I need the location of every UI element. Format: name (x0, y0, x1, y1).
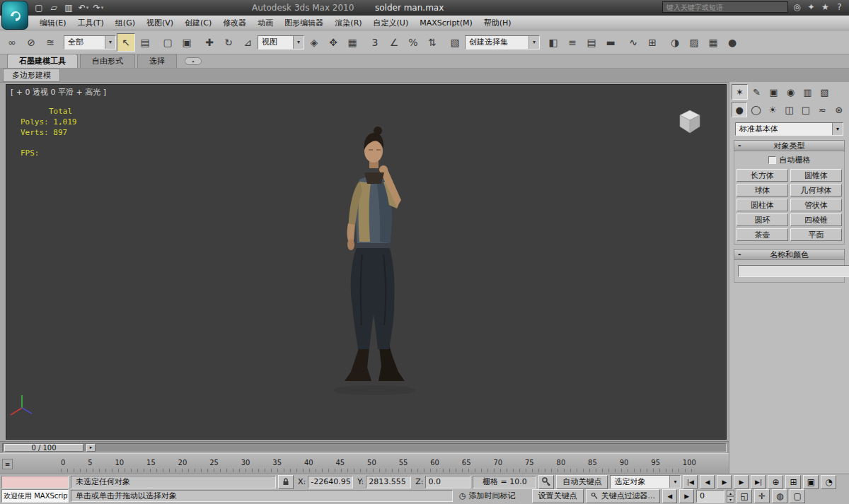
app-logo-icon[interactable] (1, 1, 28, 30)
go-to-start-button[interactable]: |◀ (683, 475, 698, 489)
selection-lock-button[interactable] (278, 475, 294, 489)
frame-spinner[interactable]: ▴ ▾ (727, 490, 734, 503)
menu-animation[interactable]: 动画 (252, 16, 279, 30)
play-button[interactable]: ▶ (717, 475, 732, 489)
tab-selection[interactable]: 选择 (137, 54, 177, 68)
cylinder-button[interactable]: 圆柱体 (737, 199, 788, 211)
next-frame-button[interactable]: ▶ (734, 475, 749, 489)
zoom-button[interactable]: ⊕ (768, 475, 783, 489)
mirror-button[interactable]: ◧ (544, 33, 562, 52)
primitive-category-dropdown[interactable]: 标准基本体 ▾ (735, 122, 843, 136)
menu-graph-editors[interactable]: 图形编辑器 (279, 16, 329, 30)
box-button[interactable]: 长方体 (737, 169, 788, 182)
menu-help[interactable]: 帮助(H) (478, 16, 517, 30)
layer-manager-button[interactable]: ▤ (582, 33, 601, 52)
unlink-selection-button[interactable]: ⊘ (22, 33, 40, 52)
align-button[interactable]: ≡ (563, 33, 582, 52)
curve-editor-button[interactable]: ∿ (624, 33, 642, 52)
zoom-extents-button[interactable]: ▣ (803, 475, 819, 489)
percent-snap-button[interactable]: % (404, 33, 422, 52)
x-coordinate-field[interactable]: -22640.95 (308, 476, 353, 488)
render-setup-button[interactable]: ▨ (685, 33, 703, 52)
plane-button[interactable]: 平面 (790, 228, 842, 241)
tube-button[interactable]: 管状体 (790, 199, 842, 211)
new-scene-button[interactable]: ▢ (33, 1, 45, 14)
rectangular-region-button[interactable]: ▢ (158, 33, 177, 52)
trackbar-menu-button[interactable]: ≡ (2, 459, 13, 469)
tab-create[interactable]: ✶ (732, 84, 748, 100)
angle-snap-button[interactable]: ∠ (385, 33, 403, 52)
name-color-rollout-header[interactable]: - 名称和颜色 (734, 249, 845, 260)
tab-hierarchy[interactable]: ▣ (766, 84, 782, 100)
autogrid-checkbox[interactable] (768, 156, 776, 164)
menu-tools[interactable]: 工具(T) (72, 16, 110, 30)
menu-customize[interactable]: 自定义(U) (368, 16, 415, 30)
time-slider-track[interactable]: 0 / 100 ▸ (2, 443, 727, 452)
z-coordinate-field[interactable]: 0.0 (425, 476, 470, 488)
time-slider-handle[interactable]: 0 / 100 (4, 444, 83, 452)
spinner-snap-button[interactable]: ⇅ (423, 33, 441, 52)
tab-display[interactable]: ▥ (799, 84, 816, 100)
object-name-input[interactable] (738, 265, 849, 277)
maximize-viewport-button[interactable]: ▢ (790, 489, 805, 503)
current-frame-field[interactable]: 0 (696, 490, 724, 503)
use-pivot-center-button[interactable]: ◈ (305, 33, 323, 52)
material-editor-button[interactable]: ◑ (666, 33, 684, 52)
orbit-button[interactable]: ◍ (772, 489, 787, 503)
category-systems[interactable]: ⊛ (831, 102, 847, 117)
key-filters-button[interactable]: 关键点过滤器... (586, 489, 661, 503)
category-shapes[interactable]: ◯ (748, 102, 763, 117)
object-type-rollout-header[interactable]: - 对象类型 (734, 140, 845, 151)
menu-modifiers[interactable]: 修改器 (217, 16, 252, 30)
category-geometry[interactable]: ● (732, 102, 747, 117)
menu-group[interactable]: 组(G) (110, 16, 141, 30)
zoom-all-button[interactable]: ⊞ (785, 475, 801, 489)
set-key-button[interactable]: 设置关键点 (532, 489, 584, 503)
sphere-button[interactable]: 球体 (737, 184, 788, 197)
menu-maxscript[interactable]: MAXScript(M) (414, 17, 478, 29)
tab-modify[interactable]: ✎ (749, 84, 765, 100)
maxscript-listener-field[interactable]: 欢迎使用 MAXScript (1, 489, 69, 503)
menu-rendering[interactable]: 渲染(R) (329, 16, 367, 30)
zoom-region-button[interactable]: ◱ (737, 489, 752, 503)
schematic-view-button[interactable]: ⊞ (643, 33, 662, 52)
selection-filter-dropdown[interactable]: 全部 ▾ (64, 35, 116, 49)
category-helpers[interactable]: □ (798, 102, 814, 117)
communication-center-icon[interactable]: ✦ (806, 2, 816, 12)
select-and-move-button[interactable]: ✚ (200, 33, 219, 52)
keyboard-override-button[interactable]: ▦ (343, 33, 362, 52)
select-object-button[interactable]: ↖ (117, 33, 135, 52)
perspective-viewport[interactable]: [ + 0 透视 0 平滑 + 高光 ] Total Polys: 1,019 … (6, 84, 727, 440)
save-file-button[interactable]: ▥ (62, 1, 75, 14)
next-frame-nub-button[interactable]: ▸ (86, 444, 96, 452)
viewcube[interactable] (674, 105, 706, 137)
tab-motion[interactable]: ◉ (782, 84, 799, 100)
select-and-manipulate-button[interactable]: ✥ (324, 33, 342, 52)
tab-graphite-modeling[interactable]: 石墨建模工具 (7, 54, 78, 68)
menu-views[interactable]: 视图(V) (141, 16, 179, 30)
bind-to-spacewarp-button[interactable]: ≋ (41, 33, 59, 52)
category-lights[interactable]: ☀ (765, 102, 780, 117)
select-and-scale-button[interactable]: ⊿ (238, 33, 257, 52)
redo-button[interactable]: ↷▾ (92, 1, 105, 14)
named-selection-sets-dropdown[interactable]: 创建选择集 ▾ (465, 35, 540, 49)
select-and-link-button[interactable]: ∞ (3, 33, 21, 52)
track-bar[interactable]: ≡ 0 5 10 15 20 25 30 35 40 45 50 55 60 6… (0, 453, 729, 474)
previous-frame-button[interactable]: ◀ (700, 475, 715, 489)
geosphere-button[interactable]: 几何球体 (790, 184, 842, 197)
teapot-button[interactable]: 茶壶 (737, 228, 788, 241)
go-to-end-button[interactable]: ▶| (751, 475, 766, 489)
menu-edit[interactable]: 编辑(E) (34, 16, 72, 30)
render-production-button[interactable]: ● (723, 33, 741, 52)
pan-button[interactable]: ✛ (754, 489, 770, 503)
pyramid-button[interactable]: 四棱锥 (790, 213, 842, 226)
help-icon[interactable]: ? (834, 2, 845, 12)
auto-key-button[interactable]: 自动关键点 (556, 475, 608, 489)
search-input[interactable] (662, 1, 788, 13)
tab-freeform[interactable]: 自由形式 (80, 54, 135, 68)
next-key-button[interactable]: ▶ (679, 489, 694, 503)
rendered-frame-window-button[interactable]: ▦ (704, 33, 722, 52)
undo-button[interactable]: ↶▾ (77, 1, 90, 14)
cone-button[interactable]: 圆锥体 (790, 169, 842, 182)
window-crossing-button[interactable]: ▣ (178, 33, 196, 52)
